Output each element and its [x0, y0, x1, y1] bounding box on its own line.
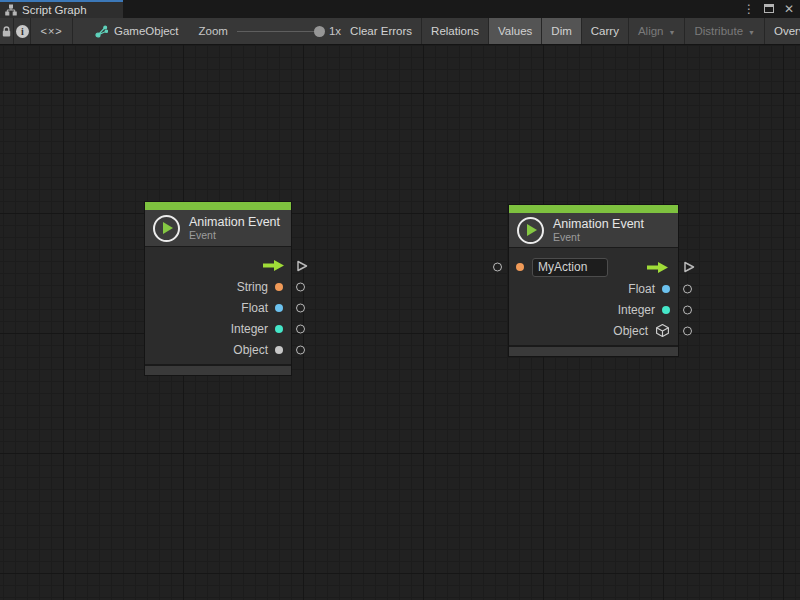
- node-header[interactable]: Animation Event Event: [509, 213, 678, 248]
- integer-output-port[interactable]: [683, 305, 692, 314]
- chevron-down-icon: ▼: [748, 29, 755, 36]
- float-type-icon: [662, 285, 670, 293]
- integer-type-icon: [275, 325, 283, 333]
- values-toggle[interactable]: Values: [489, 18, 542, 44]
- node-subtitle: Event: [553, 231, 644, 243]
- event-play-icon: [153, 215, 180, 242]
- node-body: MyAction Float Inte: [509, 248, 678, 345]
- titlebar: Script Graph ⋮ ✕: [0, 0, 800, 18]
- node-title: Animation Event: [553, 217, 644, 231]
- carry-toggle[interactable]: Carry: [582, 18, 629, 44]
- window-menu-icon[interactable]: ⋮: [742, 0, 756, 18]
- event-play-icon: [517, 217, 544, 244]
- zoom-value: 1x: [329, 25, 341, 37]
- output-row-integer: Integer: [509, 299, 678, 320]
- float-output-port[interactable]: [296, 303, 305, 312]
- output-row-string: String: [145, 276, 291, 297]
- tab-label: Script Graph: [22, 4, 87, 16]
- string-type-icon: [275, 283, 283, 291]
- dim-toggle[interactable]: Dim: [542, 18, 581, 44]
- node-subtitle: Event: [189, 229, 280, 241]
- window-controls: ⋮ ✕: [742, 0, 796, 18]
- overview-button[interactable]: Overv: [765, 18, 800, 44]
- event-name-input[interactable]: MyAction: [532, 258, 608, 277]
- node-accent-bar: [145, 202, 291, 210]
- zoom-slider-handle[interactable]: [314, 26, 325, 37]
- tab-script-graph[interactable]: Script Graph: [0, 0, 123, 18]
- graph-owner-label: GameObject: [114, 25, 179, 37]
- output-row-float: Float: [509, 278, 678, 299]
- zoom-control: Zoom 1x: [199, 18, 342, 44]
- node-header[interactable]: Animation Event Event: [145, 210, 291, 247]
- graph-toolbar: i <×> GameObject Zoom 1x Clear Errors Re…: [0, 18, 800, 45]
- lock-icon: [1, 25, 12, 38]
- trigger-output-row: [145, 255, 291, 276]
- object-type-icon: [275, 346, 283, 354]
- code-icon: <×>: [40, 25, 62, 37]
- info-icon: i: [16, 25, 29, 38]
- cube-icon: [655, 323, 670, 338]
- object-output-port[interactable]: [683, 326, 692, 335]
- output-row-integer: Integer: [145, 318, 291, 339]
- object-output-port[interactable]: [296, 345, 305, 354]
- float-type-icon: [275, 304, 283, 312]
- info-button[interactable]: i: [14, 18, 31, 44]
- output-row-object: Object: [509, 320, 678, 341]
- integer-output-port[interactable]: [296, 324, 305, 333]
- trigger-arrow-icon: [260, 259, 286, 272]
- zoom-slider[interactable]: [237, 31, 323, 32]
- string-type-icon: [516, 263, 524, 271]
- node-title: Animation Event: [189, 215, 280, 229]
- lock-button[interactable]: [0, 18, 14, 44]
- float-output-port[interactable]: [683, 284, 692, 293]
- trigger-port[interactable]: [683, 261, 695, 274]
- distribute-dropdown[interactable]: Distribute ▼: [685, 18, 765, 44]
- relations-toggle[interactable]: Relations: [422, 18, 489, 44]
- maximize-icon[interactable]: [762, 0, 776, 18]
- graph-hierarchy-icon: [5, 4, 17, 16]
- string-output-port[interactable]: [296, 282, 305, 291]
- clear-errors-button[interactable]: Clear Errors: [341, 18, 422, 44]
- graph-canvas[interactable]: Animation Event Event Strin: [0, 45, 800, 600]
- event-name-row: MyAction: [509, 256, 678, 278]
- node-body: String Float Integer Object: [145, 247, 291, 364]
- script-machine-icon: [95, 25, 108, 38]
- chevron-down-icon: ▼: [669, 29, 676, 36]
- graph-owner-button[interactable]: GameObject: [87, 18, 187, 44]
- output-row-float: Float: [145, 297, 291, 318]
- code-view-button[interactable]: <×>: [31, 18, 73, 44]
- node-footer: [145, 364, 291, 375]
- zoom-label: Zoom: [199, 25, 228, 37]
- trigger-arrow-icon: [644, 261, 670, 274]
- node-animation-event-right[interactable]: Animation Event Event MyAction: [508, 204, 679, 357]
- close-icon[interactable]: ✕: [782, 0, 796, 18]
- output-row-object: Object: [145, 339, 291, 360]
- node-animation-event-left[interactable]: Animation Event Event Strin: [144, 201, 292, 376]
- integer-type-icon: [662, 306, 670, 314]
- name-input-port[interactable]: [493, 263, 502, 272]
- node-accent-bar: [509, 205, 678, 213]
- align-dropdown[interactable]: Align ▼: [629, 18, 686, 44]
- node-footer: [509, 345, 678, 356]
- trigger-port[interactable]: [296, 259, 308, 272]
